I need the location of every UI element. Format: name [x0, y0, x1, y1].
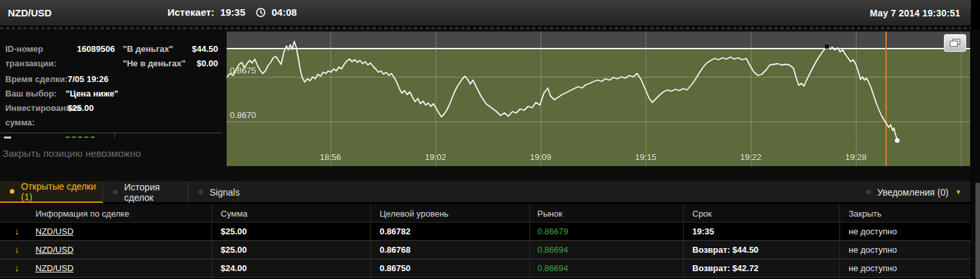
tab-dot-icon: [113, 190, 118, 194]
clock-icon: [256, 7, 266, 18]
price-series: [227, 32, 970, 166]
table-header-row: Информация по сделке Сумма Целевой урове…: [0, 204, 971, 223]
expires-time: 19:35: [220, 7, 245, 18]
notifications-label: Уведомления (0): [878, 187, 949, 198]
col-header-market: Рынок: [537, 209, 562, 219]
asset-symbol: NZD/USD: [8, 7, 52, 18]
position-info-panel: ID-номер транзакции: 16089506 "В деньгах…: [0, 30, 223, 181]
trade-target-level: 0.86782: [380, 226, 411, 236]
column-divider: [683, 204, 684, 278]
out-money-label: "Не в деньгах": [123, 58, 185, 68]
panel-divider-tick: [114, 133, 115, 138]
trade-asset-link[interactable]: NZD/USD: [35, 226, 74, 236]
id-label-line2: транзакции:: [5, 58, 56, 68]
expires-label: Истекает:: [167, 7, 214, 18]
column-divider: [529, 204, 530, 278]
price-line-legend-dash: [66, 137, 95, 138]
invested-value: $25.00: [68, 103, 94, 113]
trade-row[interactable]: ↓NZD/USD$25.000.867820.8667919:35не дост…: [0, 223, 971, 241]
choice-label: Ваш выбор:: [5, 89, 56, 98]
invested-label-line2: сумма:: [5, 118, 35, 127]
col-header-amount: Сумма: [221, 209, 248, 219]
col-header-term: Срок: [692, 209, 712, 219]
col-header-close: Закрыть: [849, 209, 881, 219]
current-price-dot: [895, 138, 899, 142]
trade-time-label: Время сделки:: [5, 74, 68, 84]
column-divider: [212, 204, 212, 278]
trade-target-level: 0.86750: [380, 263, 411, 273]
collapse-dash-icon[interactable]: [4, 137, 11, 139]
open-trades-table: Информация по сделке Сумма Целевой урове…: [0, 204, 971, 278]
notification-dot-icon: [866, 190, 871, 194]
down-arrow-icon: ↓: [14, 225, 20, 236]
top-bar: NZD/USD Истекает: 19:35 04:08 May 7 2014…: [0, 0, 971, 26]
windows-icon: [949, 38, 961, 48]
trade-close-status: не доступно: [849, 263, 897, 273]
bottom-tabs-bar: Открытые сделки (1)История сделокSignals…: [0, 181, 971, 203]
trade-market-price: 0.86679: [537, 226, 568, 236]
server-datetime: May 7 2014 19:30:51: [870, 8, 960, 18]
trade-row[interactable]: ↓NZD/USD$24.000.867500.86694Возврат: $42…: [0, 259, 971, 278]
tab-label: Открытые сделки (1): [21, 181, 102, 202]
trade-target-level: 0.86768: [380, 245, 411, 255]
choice-value: "Цена ниже": [66, 89, 118, 98]
trade-amount: $25.00: [221, 226, 247, 236]
price-chart[interactable]: 0.86750.867018:5619:0219:0919:1519:2219:…: [227, 32, 970, 166]
main-area: ID-номер транзакции: 16089506 "В деньгах…: [0, 30, 971, 181]
trade-asset-link[interactable]: NZD/USD: [35, 263, 74, 273]
entry-point-marker: [825, 45, 829, 49]
active-tab-dot-icon: [10, 189, 14, 194]
transaction-id: 16089506: [69, 44, 115, 54]
tab-dot-icon: [198, 190, 203, 194]
expiry-group: Истекает: 19:35 04:08: [167, 7, 297, 18]
trades-table-body: ↓NZD/USD$25.000.867820.8667919:35не дост…: [0, 223, 971, 278]
trade-close-status: не доступно: [849, 245, 897, 255]
trade-time-value: 7/05 19:26: [68, 74, 108, 84]
down-arrow-icon: ↓: [14, 244, 20, 255]
tab-label: История сделок: [124, 182, 188, 203]
tab-label: Signals: [210, 187, 240, 198]
in-money-label: "В деньгах": [123, 44, 173, 54]
trade-asset-link[interactable]: NZD/USD: [35, 245, 74, 255]
column-divider: [370, 204, 371, 278]
trade-amount: $24.00: [221, 263, 247, 273]
countdown-timer: 04:08: [272, 7, 297, 18]
tab-open-trades[interactable]: Открытые сделки (1): [0, 181, 103, 203]
trade-row[interactable]: ↓NZD/USD$25.000.867680.86694Возврат: $44…: [0, 241, 971, 259]
expand-chart-button[interactable]: [944, 34, 966, 52]
trade-market-price: 0.86694: [537, 245, 568, 255]
trade-amount: $25.00: [221, 245, 247, 255]
out-money-value: $0.00: [196, 58, 218, 68]
in-money-value: $44.50: [192, 44, 218, 54]
id-label-line1: ID-номер: [5, 44, 43, 54]
close-position-note: Закрыть позицию невозможно: [3, 148, 141, 159]
chevron-down-icon: ▼: [955, 189, 962, 196]
down-arrow-icon: ↓: [14, 262, 20, 273]
tab-trade-history[interactable]: История сделок: [103, 181, 189, 203]
trade-term: 19:35: [692, 226, 714, 236]
column-divider: [839, 204, 840, 278]
tab-signals[interactable]: Signals: [189, 181, 238, 203]
trade-close-status: не доступно: [849, 226, 897, 236]
scrollbar-thumb[interactable]: [975, 182, 980, 279]
col-header-target: Целевой уровень: [380, 209, 449, 219]
trade-term: Возврат: $42.72: [692, 263, 759, 273]
trade-market-price: 0.86694: [537, 263, 568, 273]
panel-divider: [0, 133, 222, 133]
col-header-info: Информация по сделке: [35, 209, 129, 219]
notifications-toggle[interactable]: Уведомления (0) ▼: [866, 181, 962, 203]
trade-term: Возврат: $44.50: [692, 245, 759, 255]
